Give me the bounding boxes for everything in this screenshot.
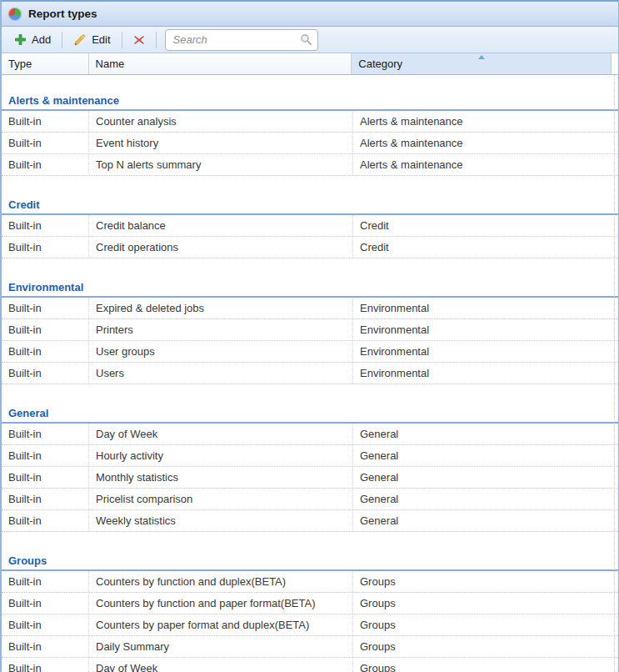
search-icon (300, 33, 312, 46)
cell-cat: General (353, 489, 614, 509)
cell-type: Built-in (2, 133, 89, 153)
cell-cat: General (353, 445, 614, 466)
pie-chart-icon (8, 8, 22, 21)
cell-cat: General (353, 467, 614, 488)
cell-type: Built-in (2, 614, 89, 635)
table-row[interactable]: Built-inDaily SummaryGroups (2, 636, 618, 658)
toolbar: Add Edit (2, 27, 618, 53)
table-row[interactable]: Built-inTop N alerts summaryAlerts & mai… (2, 154, 618, 176)
cell-type: Built-in (2, 154, 89, 175)
group-header: General (2, 406, 618, 424)
cell-cat: Environmental (353, 319, 614, 340)
table-row[interactable]: Built-inCredit operationsCredit (2, 237, 618, 258)
cell-type: Built-in (2, 510, 89, 531)
table-row[interactable]: Built-inCredit balanceCredit (2, 215, 618, 237)
table-row[interactable]: Built-inCounter analysisAlerts & mainten… (2, 111, 618, 133)
page-title: Report types (28, 8, 97, 20)
edit-button-label: Edit (92, 33, 110, 46)
column-header-type[interactable]: Type (2, 53, 89, 74)
cell-type: Built-in (2, 658, 89, 672)
sort-ascending-icon (478, 55, 485, 59)
cell-name: Day of Week (89, 424, 353, 444)
search-input[interactable] (173, 33, 300, 46)
add-button-label: Add (32, 33, 51, 46)
table-row[interactable]: Built-inPrintersEnvironmental (2, 319, 618, 341)
cell-name: Counters by function and duplex(BETA) (89, 571, 353, 592)
add-button[interactable]: Add (7, 30, 58, 49)
group-header: Alerts & maintenance (2, 93, 618, 111)
cell-name: User groups (89, 341, 353, 362)
cell-type: Built-in (2, 424, 89, 444)
column-header-name[interactable]: Name (89, 53, 352, 74)
delete-button[interactable] (126, 31, 152, 49)
toolbar-separator (156, 32, 157, 48)
plus-icon (14, 33, 27, 46)
table-row[interactable]: Built-inUsersEnvironmental (2, 363, 618, 384)
column-header-category[interactable]: Category (352, 53, 612, 74)
cell-name: Monthly statistics (89, 467, 353, 488)
edit-button[interactable]: Edit (66, 30, 117, 50)
report-types-window: Report types Add Edit (0, 0, 619, 672)
cell-type: Built-in (2, 111, 89, 132)
cell-name: Event history (89, 133, 353, 153)
table-row[interactable]: Built-inUser groupsEnvironmental (2, 341, 618, 363)
cell-cat: Groups (353, 593, 614, 614)
table-row[interactable]: Built-inDay of WeekGeneral (2, 424, 618, 445)
table-row[interactable]: Built-inWeekly statisticsGeneral (2, 510, 618, 532)
cell-cat: Alerts & maintenance (353, 133, 614, 153)
cell-name: Counter analysis (89, 111, 353, 132)
column-header-category-label: Category (358, 58, 402, 70)
cell-type: Built-in (2, 489, 89, 509)
category-group: EnvironmentalBuilt-inExpired & deleted j… (2, 280, 618, 384)
cell-type: Built-in (2, 341, 89, 362)
cell-cat: Groups (353, 658, 614, 672)
title-bar: Report types (2, 2, 618, 27)
cell-name: Credit balance (89, 215, 353, 236)
cell-name: Top N alerts summary (89, 154, 353, 175)
cell-cat: Credit (353, 237, 614, 258)
cell-type: Built-in (2, 467, 89, 488)
cell-name: Pricelist comparison (89, 489, 353, 509)
table-row[interactable]: Built-inHourly activityGeneral (2, 445, 618, 467)
cell-name: Day of Week (89, 658, 353, 672)
cell-cat: Environmental (353, 363, 614, 384)
table-row[interactable]: Built-inPricelist comparisonGeneral (2, 489, 618, 510)
cell-type: Built-in (2, 215, 89, 236)
table-row[interactable]: Built-inCounters by function and paper f… (2, 593, 618, 614)
table-row[interactable]: Built-inCounters by paper format and dup… (2, 614, 618, 636)
cell-cat: Groups (353, 614, 614, 635)
cell-type: Built-in (2, 636, 89, 657)
cell-cat: Environmental (353, 298, 614, 318)
cell-type: Built-in (2, 319, 89, 340)
cell-cat: Credit (353, 215, 614, 236)
cell-type: Built-in (2, 571, 89, 592)
search-box[interactable] (165, 29, 318, 51)
grid-right-rule (614, 75, 615, 672)
table-row[interactable]: Built-inMonthly statisticsGeneral (2, 467, 618, 489)
cell-cat: Groups (353, 571, 614, 592)
group-header: Credit (2, 198, 618, 215)
cell-cat: General (353, 424, 614, 444)
table-header: Type Name Category (2, 53, 618, 75)
toolbar-separator (122, 32, 122, 48)
table-body: Alerts & maintenanceBuilt-inCounter anal… (2, 75, 618, 672)
table-row[interactable]: Built-inEvent historyAlerts & maintenanc… (2, 133, 618, 154)
category-group: Alerts & maintenanceBuilt-inCounter anal… (2, 93, 618, 176)
category-group: CreditBuilt-inCredit balanceCreditBuilt-… (2, 198, 618, 258)
cell-name: Printers (89, 319, 353, 340)
column-header-name-label: Name (96, 58, 125, 70)
table-row[interactable]: Built-inExpired & deleted jobsEnvironmen… (2, 298, 618, 319)
cell-cat: Alerts & maintenance (353, 111, 614, 132)
red-x-icon (133, 34, 145, 46)
cell-name: Hourly activity (89, 445, 353, 466)
table-row[interactable]: Built-inDay of WeekGroups (2, 658, 618, 672)
cell-type: Built-in (2, 237, 89, 258)
table-row[interactable]: Built-inCounters by function and duplex(… (2, 571, 618, 593)
cell-name: Users (89, 363, 353, 384)
cell-name: Credit operations (89, 237, 353, 258)
cell-name: Counters by function and paper format(BE… (89, 593, 353, 614)
cell-name: Daily Summary (89, 636, 353, 657)
category-group: GeneralBuilt-inDay of WeekGeneralBuilt-i… (2, 406, 618, 532)
cell-name: Expired & deleted jobs (89, 298, 353, 318)
cell-type: Built-in (2, 298, 89, 318)
